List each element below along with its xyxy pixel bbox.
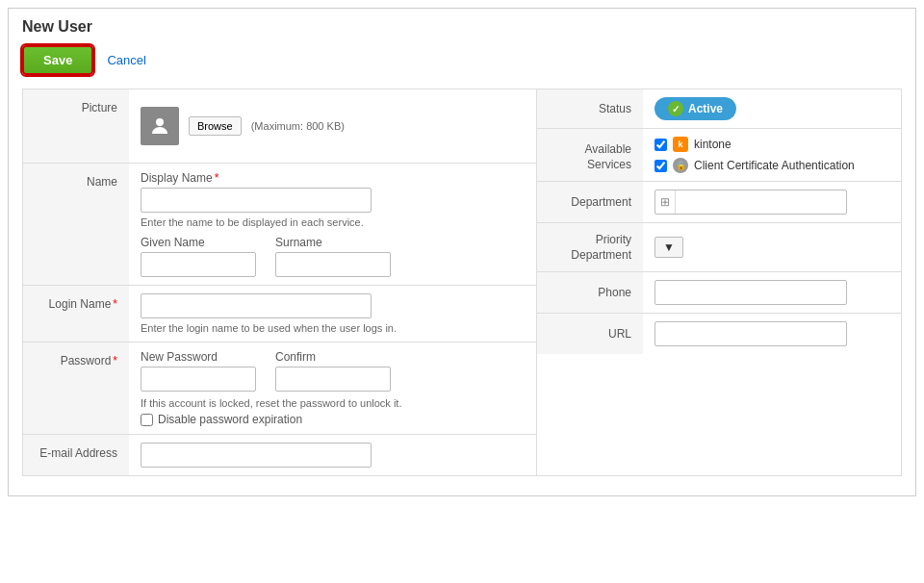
department-input[interactable] <box>676 195 846 209</box>
disable-expiry-checkbox[interactable] <box>141 414 153 426</box>
chevron-down-icon: ▼ <box>663 241 675 254</box>
email-content <box>129 435 536 475</box>
cert-checkbox[interactable] <box>654 160 667 172</box>
login-name-hint: Enter the login name to be used when the… <box>141 322 525 334</box>
picture-content: Browse (Maximum: 800 KB) <box>129 89 536 163</box>
department-input-wrapper: ⊞ <box>654 190 847 215</box>
email-input[interactable] <box>141 443 372 468</box>
main-layout: Picture Browse (Maximum: 800 KB) <box>22 89 902 476</box>
priority-dept-content: ▼ <box>643 223 901 271</box>
name-content: Display Name* Enter the name to be displ… <box>129 164 536 285</box>
status-value: Active <box>688 102 723 115</box>
new-password-input[interactable] <box>141 367 256 392</box>
url-label: URL <box>537 314 643 354</box>
url-row: URL <box>537 314 901 354</box>
toolbar: Save Cancel <box>22 45 902 75</box>
page-title: New User <box>22 18 902 36</box>
save-button[interactable]: Save <box>22 45 93 75</box>
left-panel: Picture Browse (Maximum: 800 KB) <box>22 89 536 476</box>
password-sub-row: New Password Confirm <box>141 350 525 392</box>
display-name-hint: Enter the name to be displayed in each s… <box>141 216 525 228</box>
given-name-group: Given Name <box>141 236 256 277</box>
surname-group: Surname <box>275 236 391 277</box>
avatar <box>141 107 179 145</box>
login-name-input[interactable] <box>141 293 372 318</box>
url-content <box>643 314 901 354</box>
phone-input[interactable] <box>654 280 847 305</box>
picture-row: Picture Browse (Maximum: 800 KB) <box>23 89 536 164</box>
status-content: ✓ Active <box>643 89 901 128</box>
available-services-content: k kintone 🔒 Client Certificate Authentic… <box>643 129 901 181</box>
kintone-label: kintone <box>694 138 732 151</box>
cert-icon: 🔒 <box>673 158 688 173</box>
kintone-icon: k <box>673 137 688 152</box>
status-label: Status <box>537 89 643 128</box>
picture-area: Browse (Maximum: 800 KB) <box>141 97 525 155</box>
priority-dept-label: Priority Department <box>537 223 643 271</box>
login-required-star: * <box>113 297 117 311</box>
email-row: E-mail Address <box>23 435 536 475</box>
svg-point-0 <box>156 118 164 126</box>
browse-button[interactable]: Browse <box>189 116 242 136</box>
confirm-label: Confirm <box>275 350 391 364</box>
user-icon <box>148 114 171 138</box>
name-row: Name Display Name* Enter the name to be … <box>23 164 536 286</box>
available-services-label: Available Services <box>537 129 643 181</box>
disable-expiry-label[interactable]: Disable password expiration <box>158 413 302 426</box>
kintone-service-item: k kintone <box>654 137 889 152</box>
services-list: k kintone 🔒 Client Certificate Authentic… <box>654 137 889 173</box>
name-label: Name <box>23 164 129 285</box>
department-icon: ⊞ <box>655 190 676 214</box>
surname-label: Surname <box>275 236 391 249</box>
phone-row: Phone <box>537 272 901 314</box>
login-name-content: Enter the login name to be used when the… <box>129 286 536 342</box>
disable-expiry-row: Disable password expiration <box>141 413 525 426</box>
login-name-label: Login Name* <box>23 286 129 342</box>
password-hint: If this account is locked, reset the pas… <box>141 397 525 409</box>
confirm-group: Confirm <box>275 350 391 392</box>
cancel-link[interactable]: Cancel <box>107 53 145 67</box>
max-size-text: (Maximum: 800 KB) <box>251 120 345 132</box>
password-required-star: * <box>113 354 117 368</box>
display-name-input[interactable] <box>141 188 372 213</box>
url-input[interactable] <box>654 321 847 346</box>
email-label: E-mail Address <box>23 435 129 475</box>
right-panel: Status ✓ Active Available Services <box>536 89 902 476</box>
password-row: Password* New Password Confirm If this a <box>23 342 536 435</box>
department-label: Department <box>537 182 643 222</box>
department-row: Department ⊞ <box>537 182 901 223</box>
required-star: * <box>215 171 219 185</box>
confirm-password-input[interactable] <box>275 367 391 392</box>
display-name-label: Display Name* <box>141 171 525 185</box>
available-services-row: Available Services k kintone 🔒 Clie <box>537 129 901 182</box>
name-sub-row: Given Name Surname <box>141 236 525 277</box>
display-name-group: Display Name* Enter the name to be displ… <box>141 171 525 228</box>
given-name-label: Given Name <box>141 236 256 249</box>
phone-content <box>643 272 901 313</box>
status-check-icon: ✓ <box>668 101 683 116</box>
password-content: New Password Confirm If this account is … <box>129 342 536 434</box>
given-name-input[interactable] <box>141 252 256 277</box>
login-name-row: Login Name* Enter the login name to be u… <box>23 286 536 342</box>
phone-label: Phone <box>537 272 643 313</box>
cert-label: Client Certificate Authentication <box>694 159 855 172</box>
picture-label: Picture <box>23 89 129 163</box>
department-content: ⊞ <box>643 182 901 222</box>
priority-dept-dropdown[interactable]: ▼ <box>654 237 683 258</box>
cert-service-item: 🔒 Client Certificate Authentication <box>654 158 889 173</box>
kintone-checkbox[interactable] <box>654 139 667 151</box>
status-row: Status ✓ Active <box>537 89 901 129</box>
priority-dept-row: Priority Department ▼ <box>537 223 901 272</box>
status-badge[interactable]: ✓ Active <box>654 97 736 120</box>
password-label: Password* <box>23 342 129 434</box>
new-password-group: New Password <box>141 350 256 392</box>
page-wrapper: New User Save Cancel Picture <box>8 8 916 496</box>
surname-input[interactable] <box>275 252 391 277</box>
new-password-label: New Password <box>141 350 256 364</box>
